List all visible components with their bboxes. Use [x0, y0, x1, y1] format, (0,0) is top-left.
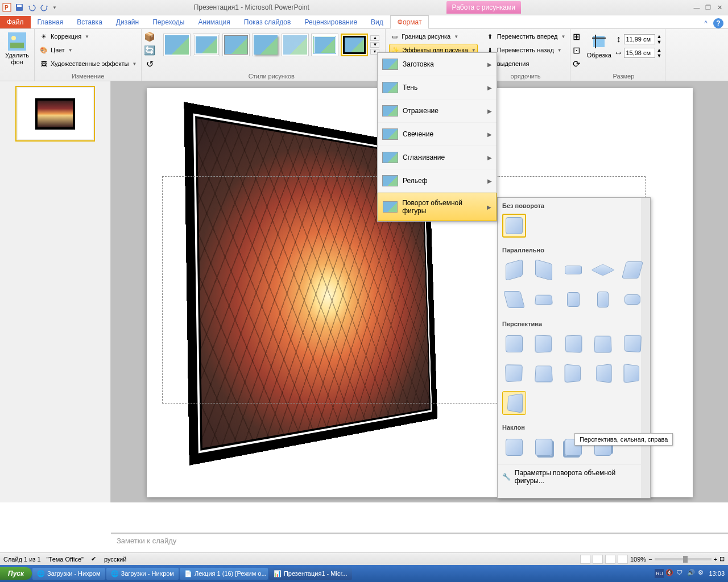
rot-persp-1[interactable] — [502, 332, 526, 356]
app-icon[interactable]: P — [1, 2, 13, 13]
rot-oblique-2[interactable] — [532, 435, 556, 459]
task-item-3[interactable]: 📄Лекция 1 (16) [Режим о... — [180, 568, 268, 580]
rot-parallel-8[interactable] — [561, 288, 585, 311]
notes-pane[interactable]: Заметки к слайду — [111, 533, 728, 548]
artistic-effects-button[interactable]: 🖼Художественные эффекты▼ — [38, 57, 138, 70]
reset-icon[interactable]: ↺ — [145, 57, 154, 70]
style-thumb-3[interactable] — [222, 34, 250, 56]
rot-oblique-1[interactable] — [502, 435, 526, 459]
task-item-4[interactable]: 📊Презентация1 - Micr... — [269, 568, 352, 580]
lang-indicator[interactable]: RU — [655, 569, 664, 578]
rot-parallel-3[interactable] — [561, 258, 585, 282]
picture-border-button[interactable]: ▭Граница рисунка▼ — [389, 30, 477, 43]
task-item-1[interactable]: 🌐Загрузки - Нихром — [32, 568, 105, 580]
rot-persp-2[interactable] — [532, 332, 556, 356]
fit-button[interactable]: ⊡ — [719, 555, 725, 563]
rot-persp-6[interactable] — [502, 361, 526, 385]
redo-icon[interactable] — [39, 2, 50, 13]
rot-persp-7[interactable] — [532, 361, 556, 385]
zoom-out-button[interactable]: − — [648, 556, 652, 563]
rot-parallel-2[interactable] — [532, 258, 556, 282]
style-thumb-2[interactable] — [193, 34, 220, 56]
corrections-button[interactable]: ☀Коррекция▼ — [38, 30, 138, 43]
compress-icon[interactable]: 📦 — [145, 30, 154, 43]
fx-preset[interactable]: Заготовка▶ — [378, 53, 497, 76]
qat-more-icon[interactable]: ▼ — [52, 5, 57, 10]
view-normal-button[interactable] — [580, 555, 590, 564]
remove-background-button[interactable]: Удалить фон — [3, 30, 31, 68]
color-button[interactable]: 🎨Цвет▼ — [38, 44, 138, 56]
tray-icon-4[interactable]: ⚙ — [698, 569, 707, 578]
rot-parallel-4[interactable] — [591, 258, 615, 282]
gallery-scrollbar[interactable] — [641, 198, 650, 498]
rot-persp-9[interactable] — [591, 361, 615, 385]
save-icon[interactable] — [14, 2, 25, 13]
rot-none[interactable] — [502, 214, 526, 238]
tab-slideshow[interactable]: Показ слайдов — [237, 16, 298, 28]
align-icon[interactable]: ⊞ — [572, 30, 581, 43]
width-input[interactable]: 15,98 см — [624, 48, 655, 58]
fx-bevel[interactable]: Рельеф▶ — [378, 169, 497, 193]
view-reading-button[interactable] — [605, 555, 615, 564]
rot-parallel-6[interactable] — [502, 288, 526, 311]
minimize-button[interactable]: — — [692, 3, 702, 12]
rot-persp-8[interactable] — [561, 361, 585, 385]
minimize-ribbon-icon[interactable]: ^ — [701, 18, 711, 28]
style-thumb-7[interactable] — [341, 34, 368, 56]
rot-persp-11[interactable] — [502, 391, 526, 415]
task-item-2[interactable]: 🌐Загрузки - Нихром — [106, 568, 179, 580]
group-icon[interactable]: ⊡ — [572, 44, 581, 56]
spell-icon[interactable]: ✔ — [89, 555, 98, 564]
tray-icon-1[interactable]: 🔇 — [665, 569, 675, 578]
close-button[interactable]: ✕ — [714, 3, 725, 12]
bring-forward-button[interactable]: ⬆Переместить вперед▼ — [485, 30, 567, 43]
group-styles-label: Стили рисунков — [161, 72, 382, 81]
language-info[interactable]: русский — [104, 556, 126, 563]
tab-design[interactable]: Дизайн — [109, 16, 146, 28]
start-button[interactable]: Пуск — [0, 567, 32, 580]
svg-rect-3 — [17, 5, 22, 7]
tray-icon-3[interactable]: 🔊 — [687, 569, 696, 578]
style-thumb-1[interactable] — [163, 34, 191, 56]
view-sorter-button[interactable] — [593, 555, 603, 564]
fx-glow[interactable]: Свечение▶ — [378, 123, 497, 146]
rot-parallel-9[interactable] — [591, 288, 615, 311]
height-input[interactable]: 11,99 см — [624, 34, 655, 44]
tab-insert[interactable]: Вставка — [70, 16, 109, 28]
change-picture-icon[interactable]: 🔄 — [145, 44, 154, 56]
tab-home[interactable]: Главная — [31, 16, 71, 28]
crop-button[interactable]: Обрезка — [585, 30, 613, 61]
tab-animation[interactable]: Анимация — [191, 16, 237, 28]
help-icon[interactable]: ? — [713, 18, 723, 28]
word-icon: 📄 — [184, 570, 192, 577]
tab-review[interactable]: Рецензирование — [297, 16, 364, 28]
fx-3d-rotation[interactable]: Поворот объемной фигуры▶ — [378, 193, 497, 221]
theme-info: "Тема Office" — [47, 556, 84, 563]
fx-reflection[interactable]: Отражение▶ — [378, 99, 497, 123]
tab-file[interactable]: Файл — [0, 16, 31, 28]
tab-view[interactable]: Вид — [364, 16, 390, 28]
style-thumb-6[interactable] — [311, 34, 338, 56]
fx-soft-edges[interactable]: Сглаживание▶ — [378, 146, 497, 169]
style-thumb-5[interactable] — [282, 34, 309, 56]
rot-persp-4[interactable] — [591, 332, 615, 356]
slide-thumbnail-1[interactable] — [15, 86, 95, 142]
undo-icon[interactable] — [26, 2, 38, 13]
tray-icon-2[interactable]: 🛡 — [676, 569, 685, 578]
tab-transitions[interactable]: Переходы — [146, 16, 191, 28]
rotation-options-button[interactable]: 🔧 Параметры поворота объемной фигуры... — [498, 464, 650, 489]
rot-parallel-1[interactable] — [502, 258, 526, 282]
fx-shadow[interactable]: Тень▶ — [378, 76, 497, 99]
zoom-in-button[interactable]: + — [714, 556, 717, 563]
rot-parallel-7[interactable] — [532, 288, 556, 311]
tab-format[interactable]: Формат — [390, 15, 429, 29]
rot-persp-3[interactable] — [561, 332, 585, 356]
zoom-slider[interactable] — [655, 558, 712, 560]
clock[interactable]: 13:03 — [709, 570, 725, 577]
rot-header-oblique: Наклон — [502, 422, 646, 433]
rotate-icon[interactable]: ⟳ — [572, 57, 581, 70]
view-slideshow-button[interactable] — [618, 555, 628, 564]
style-thumb-4[interactable] — [252, 34, 279, 56]
restore-button[interactable]: ❐ — [703, 3, 713, 12]
zoom-level[interactable]: 109% — [630, 556, 646, 563]
